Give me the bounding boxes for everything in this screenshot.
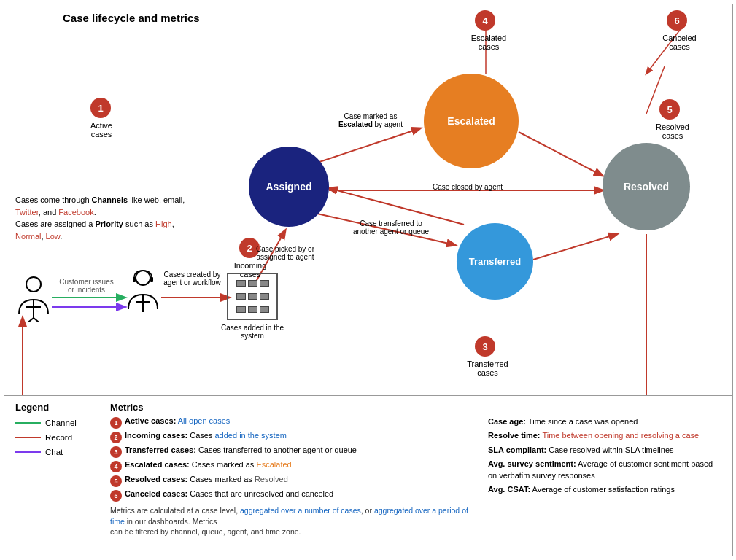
metric-6: 6 Canceled cases: Cases that are unresol… xyxy=(110,489,473,502)
assigned-circle: Assigned xyxy=(249,147,329,227)
footnote: Metrics are calculated at a case level, … xyxy=(110,505,473,537)
badge-6-label: Canceled cases xyxy=(659,34,700,51)
legend-col: Legend Channel Record Chat xyxy=(15,402,96,550)
transferred-circle: Transferred xyxy=(457,223,533,300)
cases-added-label: Cases added in the system xyxy=(220,324,285,340)
queue-box xyxy=(227,273,278,320)
metric-2: 2 Incoming cases: Cases added in the sys… xyxy=(110,431,473,443)
case-transferred-label: Case transferred to another agent or que… xyxy=(347,219,435,236)
badge-3: 3 xyxy=(475,336,495,357)
metric-csat: Avg. CSAT: Average of customer satisfact… xyxy=(488,484,721,495)
resolved-circle: Resolved xyxy=(603,143,690,230)
badge-6: 6 xyxy=(667,10,687,31)
svg-line-19 xyxy=(26,318,34,322)
badge-1: 1 xyxy=(90,98,111,118)
svg-line-20 xyxy=(34,318,41,322)
svg-point-21 xyxy=(136,271,150,285)
escalated-circle: Escalated xyxy=(424,74,519,168)
legend-section: Legend Channel Record Chat Metrics 1 Act… xyxy=(4,395,732,556)
legend-record: Record xyxy=(15,433,96,442)
badge-4: 4 xyxy=(475,10,495,31)
case-picked-label: Case picked by or assigned to agent xyxy=(252,245,318,261)
metric-5: 5 Resolved cases: Cases marked as Resolv… xyxy=(110,475,473,487)
agent-icon xyxy=(121,267,165,318)
customer-issues-label: Customer issues or incidents xyxy=(55,278,117,294)
metric-sla: SLA compliant: Case resolved within SLA … xyxy=(488,445,721,456)
legend-title: Legend xyxy=(15,402,96,413)
description-text: Cases come through Channels like web, em… xyxy=(15,194,198,242)
metrics-col: Metrics 1 Active cases: All open cases 2… xyxy=(110,402,473,550)
svg-line-4 xyxy=(311,128,420,165)
metric-1: 1 Active cases: All open cases xyxy=(110,416,473,429)
main-container: Case lifecycle and metrics xyxy=(4,4,733,556)
metrics-title: Metrics xyxy=(110,402,473,413)
case-closed-label: Case closed by agent xyxy=(427,183,508,191)
metric-survey-sentiment: Avg. survey sentiment: Average of custom… xyxy=(488,459,721,481)
cases-created-label: Cases created by agent or workflow xyxy=(161,271,223,287)
metric-resolve-time: Resolve time: Time between opening and r… xyxy=(488,430,721,441)
svg-rect-22 xyxy=(133,277,136,282)
svg-line-9 xyxy=(533,234,617,260)
badge-5: 5 xyxy=(659,99,680,120)
badge-1-label: Active cases xyxy=(83,121,120,139)
right-metrics-col: Case age: Time since a case was opened R… xyxy=(488,402,721,550)
metric-case-age: Case age: Time since a case was opened xyxy=(488,416,721,427)
customer-icon xyxy=(15,274,52,322)
legend-chat: Chat xyxy=(15,448,96,456)
metric-4: 4 Escalated cases: Cases marked as Escal… xyxy=(110,460,473,472)
badge-3-label: Transferred cases xyxy=(464,359,511,377)
svg-rect-23 xyxy=(150,277,153,282)
metric-3: 3 Transferred cases: Cases transferred t… xyxy=(110,446,473,458)
svg-line-5 xyxy=(519,132,603,176)
page-title: Case lifecycle and metrics xyxy=(63,12,200,24)
legend-channel: Channel xyxy=(15,419,96,427)
badge-4-label: Escalated cases xyxy=(467,34,511,51)
badge-5-label: Resolved cases xyxy=(651,122,694,140)
case-escalated-label: Case marked as Escalated by agent xyxy=(330,112,411,128)
svg-point-16 xyxy=(26,277,41,292)
